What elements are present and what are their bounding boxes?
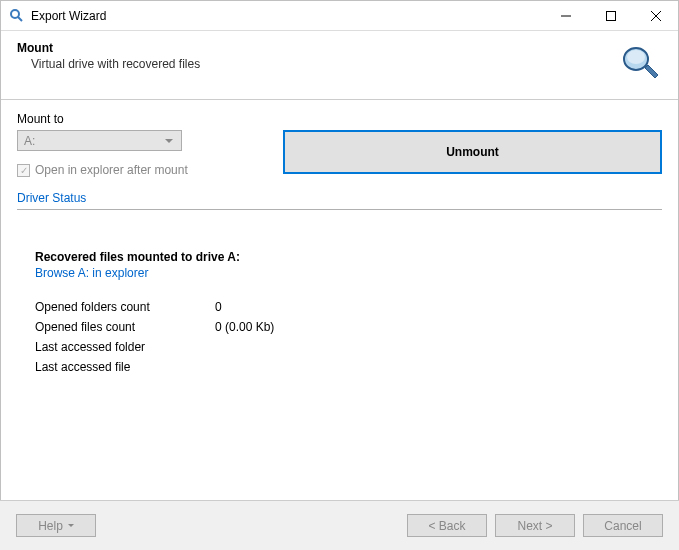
- titlebar: Export Wizard: [1, 1, 678, 31]
- page-subtitle: Virtual drive with recovered files: [31, 57, 618, 71]
- app-icon: [9, 8, 25, 24]
- stat-opened-folders: Opened folders count 0: [35, 300, 662, 314]
- back-button-label: < Back: [428, 519, 465, 533]
- minimize-button[interactable]: [543, 1, 588, 30]
- open-explorer-checkbox[interactable]: ✓: [17, 164, 30, 177]
- open-explorer-label: Open in explorer after mount: [35, 163, 188, 177]
- mount-to-label: Mount to: [17, 112, 267, 126]
- svg-point-7: [627, 50, 645, 64]
- unmount-button[interactable]: Unmount: [283, 130, 662, 174]
- page-title: Mount: [17, 41, 618, 55]
- cancel-button-label: Cancel: [604, 519, 641, 533]
- stat-last-folder: Last accessed folder: [35, 340, 662, 354]
- drive-select-value: A:: [24, 134, 35, 148]
- wizard-header: Mount Virtual drive with recovered files: [1, 31, 678, 100]
- browse-explorer-link[interactable]: Browse A: in explorer: [35, 266, 148, 280]
- svg-line-1: [18, 17, 22, 21]
- stat-label: Last accessed folder: [35, 340, 215, 354]
- drive-select[interactable]: A:: [17, 130, 182, 151]
- stat-label: Opened folders count: [35, 300, 215, 314]
- stat-last-file: Last accessed file: [35, 360, 662, 374]
- help-button[interactable]: Help: [16, 514, 96, 537]
- wizard-icon: [618, 41, 662, 85]
- stat-value: 0 (0.00 Kb): [215, 320, 274, 334]
- next-button[interactable]: Next >: [495, 514, 575, 537]
- stat-label: Last accessed file: [35, 360, 215, 374]
- svg-point-0: [11, 10, 19, 18]
- next-button-label: Next >: [517, 519, 552, 533]
- recovered-title: Recovered files mounted to drive A:: [35, 250, 662, 264]
- window-title: Export Wizard: [31, 9, 106, 23]
- maximize-button[interactable]: [588, 1, 633, 30]
- help-button-label: Help: [38, 519, 63, 533]
- back-button[interactable]: < Back: [407, 514, 487, 537]
- separator: [17, 209, 662, 210]
- stat-opened-files: Opened files count 0 (0.00 Kb): [35, 320, 662, 334]
- cancel-button[interactable]: Cancel: [583, 514, 663, 537]
- wizard-footer: Help < Back Next > Cancel: [0, 500, 679, 550]
- svg-rect-3: [606, 11, 615, 20]
- driver-status-link[interactable]: Driver Status: [17, 191, 86, 205]
- unmount-button-label: Unmount: [446, 145, 499, 159]
- stat-value: 0: [215, 300, 222, 314]
- close-button[interactable]: [633, 1, 678, 30]
- stat-label: Opened files count: [35, 320, 215, 334]
